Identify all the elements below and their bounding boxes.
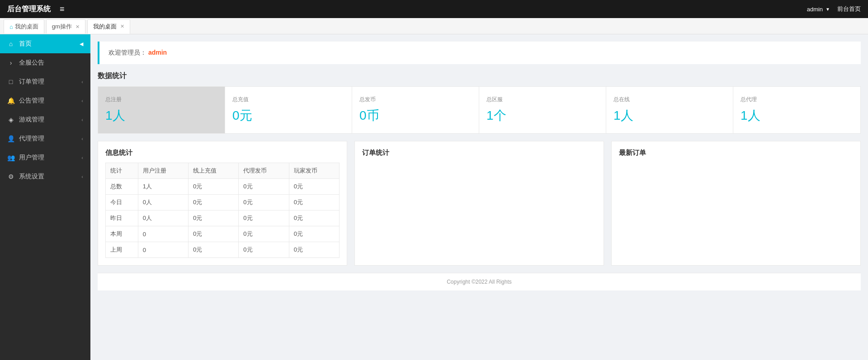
stat-value-recharge: 0元 <box>232 107 344 124</box>
row-today-reg: 0人 <box>138 195 188 210</box>
row-today-player-coin: 0元 <box>289 195 339 210</box>
row-label-yesterday: 昨日 <box>106 210 138 226</box>
row-label-total: 总数 <box>106 179 138 195</box>
stat-card-registrations: 总注册 1人 <box>98 87 225 133</box>
row-lastweek-reg: 0 <box>138 242 188 258</box>
top-header: 后台管理系统 ≡ admin ▼ 前台首页 <box>0 0 868 18</box>
agent-chevron: ‹ <box>81 136 83 141</box>
tab-label-my-desktop-1: 我的桌面 <box>15 23 38 31</box>
table-row: 今日 0人 0元 0元 0元 <box>106 195 340 210</box>
stat-card-servers: 总区服 1个 <box>479 87 606 133</box>
stat-label-servers: 总区服 <box>486 96 599 103</box>
stat-value-online: 1人 <box>613 107 726 124</box>
table-row: 上周 0 0元 0元 0元 <box>106 242 340 258</box>
home-icon: ⌂ <box>7 40 14 47</box>
row-label-today: 今日 <box>106 195 138 210</box>
sidebar-item-game-mgmt[interactable]: ◈ 游戏管理 ‹ <box>0 110 90 129</box>
stat-card-agents: 总代理 1人 <box>733 87 860 133</box>
sidebar-label-sys-settings: 系统设置 <box>19 173 44 181</box>
row-label-thisweek: 本周 <box>106 226 138 242</box>
row-lastweek-player-coin: 0元 <box>289 242 339 258</box>
tab-label-my-desktop-2: 我的桌面 <box>93 23 117 31</box>
user-icon: 👥 <box>7 154 14 161</box>
stat-value-agents: 1人 <box>741 107 853 124</box>
row-lastweek-agent-coin: 0元 <box>239 242 289 258</box>
sidebar: ⌂ 首页 ◀ › 全服公告 □ 订单管理 ‹ 🔔 公告管理 ‹ ◈ 游戏管理 ‹… <box>0 34 90 360</box>
stat-card-online: 总在线 1人 <box>606 87 733 133</box>
admin-dropdown-arrow: ▼ <box>826 7 830 12</box>
sidebar-label-home: 首页 <box>19 40 32 48</box>
sidebar-item-notice-mgmt[interactable]: 🔔 公告管理 ‹ <box>0 91 90 110</box>
col-header-agent-coin: 代理发币 <box>239 163 289 179</box>
row-total-agent-coin: 0元 <box>239 179 289 195</box>
stat-label-registrations: 总注册 <box>105 96 217 103</box>
sidebar-label-order-mgmt: 订单管理 <box>19 78 44 86</box>
row-label-lastweek: 上周 <box>106 242 138 258</box>
row-yesterday-agent-coin: 0元 <box>239 210 289 226</box>
info-section-title: 信息统计 <box>105 149 340 157</box>
col-header-user-reg: 用户注册 <box>138 163 188 179</box>
sidebar-label-notice-mgmt: 公告管理 <box>19 97 44 105</box>
game-icon: ◈ <box>7 116 14 123</box>
tab-my-desktop-1[interactable]: ⌂ 我的桌面 <box>4 19 44 33</box>
notice-icon: 🔔 <box>7 97 14 104</box>
stat-value-servers: 1个 <box>486 107 599 124</box>
row-yesterday-player-coin: 0元 <box>289 210 339 226</box>
stats-section: 数据统计 总注册 1人 总充值 0元 总发币 0币 总区服 1个 总在线 1人 <box>98 71 861 134</box>
header-right: admin ▼ 前台首页 <box>807 5 861 13</box>
row-yesterday-charge: 0元 <box>189 210 239 226</box>
front-page-link[interactable]: 前台首页 <box>837 5 861 13</box>
admin-username: admin <box>807 6 823 13</box>
stat-value-coins: 0币 <box>359 107 472 124</box>
row-total-reg: 1人 <box>138 179 188 195</box>
row-lastweek-charge: 0元 <box>189 242 239 258</box>
latest-section-title: 最新订单 <box>619 149 853 157</box>
row-total-player-coin: 0元 <box>289 179 339 195</box>
sidebar-label-game-mgmt: 游戏管理 <box>19 116 44 124</box>
row-today-agent-coin: 0元 <box>239 195 289 210</box>
order-section-card: 订单统计 <box>354 141 604 266</box>
sidebar-item-sys-settings[interactable]: ⚙ 系统设置 ‹ <box>0 167 90 186</box>
stats-title: 数据统计 <box>98 71 861 81</box>
sidebar-item-order-mgmt[interactable]: □ 订单管理 ‹ <box>0 72 90 91</box>
col-header-stat: 统计 <box>106 163 138 179</box>
row-thisweek-charge: 0元 <box>189 226 239 242</box>
welcome-card: 欢迎管理员： admin <box>98 42 861 64</box>
game-chevron: ‹ <box>81 117 83 122</box>
sidebar-item-agent-mgmt[interactable]: 👤 代理管理 ‹ <box>0 129 90 148</box>
stats-grid: 总注册 1人 总充值 0元 总发币 0币 总区服 1个 总在线 1人 总代理 1… <box>98 86 861 134</box>
hamburger-icon[interactable]: ≡ <box>60 5 65 14</box>
admin-user-button[interactable]: admin ▼ <box>807 6 830 13</box>
sidebar-label-announcements: 全服公告 <box>19 59 44 67</box>
table-row: 昨日 0人 0元 0元 0元 <box>106 210 340 226</box>
page-footer: Copyright ©2022 All Rights <box>98 273 861 290</box>
stat-label-coins: 总发币 <box>359 96 472 103</box>
sidebar-label-agent-mgmt: 代理管理 <box>19 135 44 143</box>
stat-card-coins: 总发币 0币 <box>352 87 479 133</box>
tab-my-desktop-2[interactable]: 我的桌面 ✕ <box>87 19 130 34</box>
stat-value-registrations: 1人 <box>105 107 217 124</box>
col-header-online-charge: 线上充值 <box>189 163 239 179</box>
sidebar-item-home[interactable]: ⌂ 首页 ◀ <box>0 34 90 53</box>
order-icon: □ <box>7 78 14 85</box>
user-chevron: ‹ <box>81 155 83 160</box>
lower-grid: 信息统计 统计 用户注册 线上充值 代理发币 玩家发币 总数 1人 0元 <box>98 141 861 266</box>
row-yesterday-reg: 0人 <box>138 210 188 226</box>
tab-close-gm-ops[interactable]: ✕ <box>75 24 80 30</box>
tab-close-my-desktop-2[interactable]: ✕ <box>120 23 124 29</box>
info-table: 统计 用户注册 线上充值 代理发币 玩家发币 总数 1人 0元 0元 0元 <box>105 163 340 258</box>
welcome-prefix: 欢迎管理员： <box>108 49 146 56</box>
stat-label-online: 总在线 <box>613 96 726 103</box>
main-content: 欢迎管理员： admin 数据统计 总注册 1人 总充值 0元 总发币 0币 总… <box>90 34 868 360</box>
tab-bar: ⌂ 我的桌面 gm操作 ✕ 我的桌面 ✕ <box>0 18 868 34</box>
sidebar-item-user-mgmt[interactable]: 👥 用户管理 ‹ <box>0 148 90 167</box>
latest-section-card: 最新订单 <box>611 141 861 266</box>
stat-card-recharge: 总充值 0元 <box>225 87 352 133</box>
tab-gm-ops[interactable]: gm操作 ✕ <box>46 19 85 33</box>
home-chevron: ◀ <box>80 41 83 47</box>
col-header-player-coin: 玩家发币 <box>289 163 339 179</box>
row-total-charge: 0元 <box>189 179 239 195</box>
app-logo: 后台管理系统 <box>7 5 51 14</box>
sidebar-item-announcements[interactable]: › 全服公告 <box>0 53 90 72</box>
row-today-charge: 0元 <box>189 195 239 210</box>
